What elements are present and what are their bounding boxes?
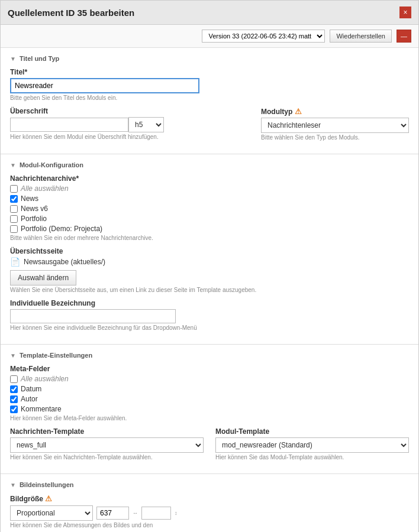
- checkbox-portfolio-demo: Portfolio (Demo: Projecta): [10, 225, 409, 233]
- heading-input[interactable]: [10, 118, 128, 132]
- section-header-template: ▼ Template-Einstellungen: [10, 352, 409, 359]
- news-template-hint: Hier können Sie ein Nachrichten-Template…: [10, 454, 204, 460]
- title-input[interactable]: [10, 78, 199, 93]
- modul-template-select[interactable]: mod_newsreader (Standard): [215, 437, 409, 453]
- template-selects-row: Nachrichten-Template news_full Hier könn…: [10, 427, 409, 466]
- heading-modultype-row: Überschrift h5 Hier können Sie dem Modul…: [10, 107, 409, 147]
- meta-checkbox-datum: Datum: [10, 385, 409, 393]
- checkbox-alle: Alle auswählen: [10, 184, 409, 193]
- bildgroesse-label: Bildgröße ⚠: [10, 494, 409, 503]
- form-group-meta: Meta-Felder Alle auswählen Datum Autor K…: [10, 365, 409, 421]
- section-image-settings: ▼ Bildeinstellungen Bildgröße ⚠ Proporti…: [1, 474, 418, 532]
- form-group-overview: Übersichtsseite 📄 Newsausgabe (aktuelles…: [10, 247, 409, 293]
- restore-button[interactable]: Wiederherstellen: [330, 30, 392, 43]
- modultype-hint: Bitte wählen Sie den Typ des Moduls.: [261, 134, 409, 141]
- title-label: Titel*: [10, 68, 409, 76]
- news-template-select[interactable]: news_full: [10, 437, 204, 453]
- meta-checkbox-autor-label: Autor: [21, 395, 38, 403]
- collapse-icon-template[interactable]: ▼: [10, 352, 16, 359]
- heading-col: Überschrift h5 Hier können Sie dem Modul…: [10, 107, 249, 147]
- checkbox-portfolio-demo-input[interactable]: [10, 225, 18, 233]
- modultype-select[interactable]: Nachrichtenleser: [261, 118, 409, 133]
- meta-checkbox-kommentare: Kommentare: [10, 405, 409, 413]
- meta-checkbox-autor-input[interactable]: [10, 395, 18, 403]
- overview-row: 📄 Newsausgabe (aktuelles/): [10, 257, 409, 267]
- checkbox-news-input[interactable]: [10, 195, 18, 203]
- modul-template-col: Modul-Template mod_newsreader (Standard)…: [215, 427, 409, 466]
- form-group-heading: Überschrift h5 Hier können Sie dem Modul…: [10, 107, 249, 140]
- collapse-icon-image[interactable]: ▼: [10, 482, 16, 488]
- size-icon-2: ↕: [175, 510, 178, 516]
- checkbox-news-v6-input[interactable]: [10, 205, 18, 213]
- section-label-template: Template-Einstellungen: [20, 352, 92, 359]
- heading-label: Überschrift: [10, 107, 249, 115]
- individ-hint: Hier können Sie eine individuelle Bezeic…: [10, 325, 409, 331]
- bildgroesse-hint: Hier können Sie die Abmessungen des Bild…: [10, 522, 409, 528]
- bildgroesse-row: Proportional ↔ ↕: [10, 505, 409, 521]
- modultype-label: Modultyp ⚠: [261, 107, 409, 116]
- section-modul-config: ▼ Modul-Konfiguration Nachrichtenarchive…: [1, 154, 418, 345]
- change-selection-button[interactable]: Auswahl ändern: [10, 270, 76, 286]
- close-button[interactable]: ×: [399, 7, 411, 18]
- archive-hint: Bitte wählen Sie ein oder mehrere Nachri…: [10, 235, 409, 241]
- checkbox-portfolio-label: Portfolio: [21, 215, 47, 223]
- form-group-archives: Nachrichtenarchive* Alle auswählen News …: [10, 174, 409, 241]
- title-hint: Bitte geben Sie den Titel des Moduls ein…: [10, 95, 409, 101]
- window-title: Quellelement ID 35 bearbeiten: [8, 8, 134, 18]
- bildgroesse-width-input[interactable]: [96, 507, 129, 520]
- section-label-modul-config: Modul-Konfiguration: [20, 161, 83, 168]
- form-group-bildgroesse: Bildgröße ⚠ Proportional ↔ ↕ Hier können…: [10, 494, 409, 528]
- checkbox-news: News: [10, 194, 409, 203]
- checkbox-news-label: News: [21, 194, 38, 203]
- checkbox-news-v6: News v6: [10, 205, 409, 213]
- bildgroesse-height-input[interactable]: [141, 507, 171, 520]
- checkbox-news-v6-label: News v6: [21, 205, 48, 213]
- meta-checkbox-alle: Alle auswählen: [10, 375, 409, 383]
- heading-hint: Hier können Sie dem Modul eine Überschri…: [10, 134, 249, 140]
- bildgroesse-select[interactable]: Proportional: [10, 505, 93, 521]
- meta-checkbox-alle-label: Alle auswählen: [21, 375, 69, 383]
- collapse-icon-modul[interactable]: ▼: [10, 162, 16, 168]
- size-icon-1: ↔: [133, 510, 138, 516]
- form-group-individ: Individuelle Bezeichnung Hier können Sie…: [10, 299, 409, 331]
- modultype-warning-icon: ⚠: [295, 107, 302, 116]
- meta-label: Meta-Felder: [10, 365, 409, 373]
- individ-input[interactable]: [10, 309, 176, 323]
- form-group-title: Titel* Bitte geben Sie den Titel des Mod…: [10, 68, 409, 101]
- meta-hint: Hier können Sie die Meta-Felder auswähle…: [10, 415, 409, 421]
- news-template-label: Nachrichten-Template: [10, 427, 204, 436]
- version-selector-wrap: Version 33 (2022-06-05 23:42) matt: [202, 30, 325, 43]
- meta-checkbox-datum-label: Datum: [21, 385, 41, 393]
- individ-label: Individuelle Bezeichnung: [10, 299, 409, 307]
- toolbar: Version 33 (2022-06-05 23:42) matt Wiede…: [1, 25, 418, 48]
- section-label-image: Bildeinstellungen: [20, 481, 74, 488]
- meta-checkbox-datum-input[interactable]: [10, 385, 18, 393]
- news-template-col: Nachrichten-Template news_full Hier könn…: [10, 427, 204, 466]
- section-header-title-type: ▼ Titel und Typ: [10, 55, 409, 62]
- modul-template-hint: Hier können Sie das Modul-Template auswä…: [215, 454, 409, 460]
- heading-size-select[interactable]: h5: [128, 117, 164, 132]
- meta-checkbox-kommentare-input[interactable]: [10, 406, 18, 413]
- edit-window: Quellelement ID 35 bearbeiten × Version …: [0, 0, 419, 532]
- section-header-image: ▼ Bildeinstellungen: [10, 481, 409, 488]
- checkbox-portfolio-input[interactable]: [10, 215, 18, 223]
- heading-input-group: h5: [10, 117, 249, 132]
- overview-label: Übersichtsseite: [10, 247, 409, 255]
- checkbox-alle-input[interactable]: [10, 185, 18, 193]
- overview-hint: Wählen Sie eine Übersichtsseite aus, um …: [10, 287, 409, 293]
- archive-label: Nachrichtenarchive*: [10, 174, 409, 183]
- meta-checkbox-alle-input[interactable]: [10, 375, 18, 383]
- modultype-col: Modultyp ⚠ Nachrichtenleser Bitte wählen…: [261, 107, 409, 147]
- form-group-modultype: Modultyp ⚠ Nachrichtenleser Bitte wählen…: [261, 107, 409, 141]
- version-select[interactable]: Version 33 (2022-06-05 23:42) matt: [202, 30, 325, 43]
- delete-button[interactable]: —: [397, 30, 411, 43]
- modul-template-label: Modul-Template: [215, 427, 409, 436]
- overview-page-name: Newsausgabe (aktuelles/): [24, 258, 105, 266]
- checkbox-alle-label: Alle auswählen: [21, 184, 69, 193]
- form-group-modul-template: Modul-Template mod_newsreader (Standard)…: [215, 427, 409, 460]
- collapse-icon[interactable]: ▼: [10, 56, 16, 62]
- section-label-title-type: Titel und Typ: [20, 55, 59, 62]
- form-content: ▼ Titel und Typ Titel* Bitte geben Sie d…: [1, 48, 418, 532]
- checkbox-portfolio: Portfolio: [10, 215, 409, 223]
- meta-checkbox-kommentare-label: Kommentare: [21, 405, 62, 413]
